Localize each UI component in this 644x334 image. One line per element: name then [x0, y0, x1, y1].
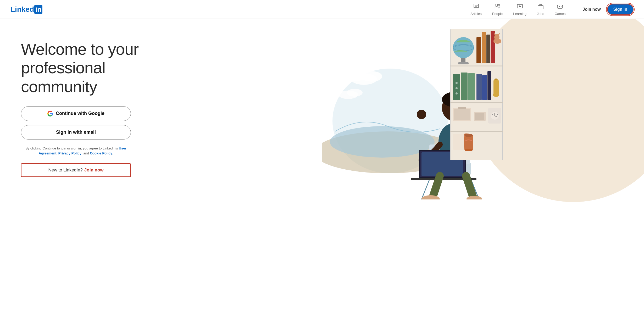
games-icon	[557, 3, 563, 11]
linkedin-logo[interactable]: Linkedin	[10, 5, 42, 14]
site-header: Linkedin Articles	[0, 0, 644, 19]
learning-label: Learning	[513, 12, 526, 16]
articles-icon	[473, 3, 479, 11]
logo-text: Linkedin	[10, 5, 42, 14]
svg-rect-56	[468, 73, 475, 100]
svg-point-58	[456, 87, 458, 89]
svg-point-57	[456, 82, 458, 84]
nav-articles[interactable]: Articles	[466, 1, 486, 18]
svg-point-59	[456, 92, 458, 94]
hero-illustration	[183, 19, 644, 202]
svg-rect-50	[486, 35, 490, 63]
svg-point-76	[497, 114, 498, 115]
games-label: Games	[554, 12, 565, 16]
svg-rect-68	[458, 107, 466, 109]
svg-rect-0	[474, 4, 479, 8]
svg-point-4	[496, 4, 498, 6]
svg-marker-7	[519, 5, 521, 7]
new-user-text: New to LinkedIn?	[48, 168, 82, 173]
svg-point-22	[347, 89, 363, 97]
svg-point-14	[561, 7, 562, 7]
left-panel: Welcome to your professional community C…	[0, 19, 183, 193]
svg-point-20	[347, 72, 365, 81]
new-to-linkedin-button[interactable]: New to LinkedIn? Join now	[21, 163, 131, 177]
svg-rect-54	[453, 74, 460, 100]
svg-point-75	[492, 114, 493, 115]
svg-rect-46	[461, 58, 465, 63]
svg-rect-70	[475, 113, 484, 120]
google-button-label: Continue with Google	[56, 111, 104, 116]
agreement-text: By clicking Continue to join or sign in,…	[21, 146, 131, 156]
logo-in: in	[34, 5, 42, 14]
people-label: People	[492, 12, 503, 16]
svg-rect-61	[482, 75, 487, 100]
nav-people[interactable]: People	[488, 1, 507, 18]
nav-jobs[interactable]: Jobs	[533, 1, 548, 18]
svg-point-31	[417, 110, 426, 119]
svg-rect-64	[493, 79, 499, 95]
email-button-label: Sign in with email	[56, 130, 96, 135]
people-icon	[494, 3, 501, 11]
svg-rect-67	[454, 109, 470, 120]
svg-rect-51	[491, 31, 495, 63]
svg-rect-62	[487, 71, 491, 100]
svg-point-5	[498, 4, 500, 6]
nav-games[interactable]: Games	[550, 1, 570, 18]
main-nav: Articles People Learning	[466, 1, 634, 18]
sign-in-button[interactable]: Sign in	[607, 4, 634, 15]
nav-learning[interactable]: Learning	[509, 1, 531, 18]
privacy-policy-link[interactable]: Privacy Policy	[58, 151, 81, 155]
svg-rect-65	[495, 79, 497, 80]
svg-point-13	[561, 6, 561, 7]
svg-rect-48	[476, 37, 481, 63]
sign-in-email-button[interactable]: Sign in with email	[21, 125, 131, 140]
jobs-label: Jobs	[537, 12, 544, 16]
join-now-button[interactable]: Join now	[578, 5, 605, 14]
svg-point-79	[464, 134, 473, 137]
cookie-policy-link[interactable]: Cookie Policy	[90, 151, 112, 155]
join-now-link: Join now	[84, 168, 104, 173]
svg-rect-60	[476, 74, 482, 100]
google-icon	[47, 111, 53, 116]
hero-title: Welcome to your professional community	[21, 40, 168, 96]
svg-rect-55	[461, 73, 468, 100]
learning-icon	[517, 3, 523, 11]
svg-rect-49	[482, 32, 486, 63]
articles-label: Articles	[470, 12, 482, 16]
continue-with-google-button[interactable]: Continue with Google	[21, 106, 131, 121]
illustration-svg	[322, 21, 505, 199]
svg-rect-47	[458, 62, 469, 64]
jobs-icon	[537, 3, 544, 11]
main-content: Welcome to your professional community C…	[0, 19, 644, 334]
nav-divider	[574, 5, 574, 14]
